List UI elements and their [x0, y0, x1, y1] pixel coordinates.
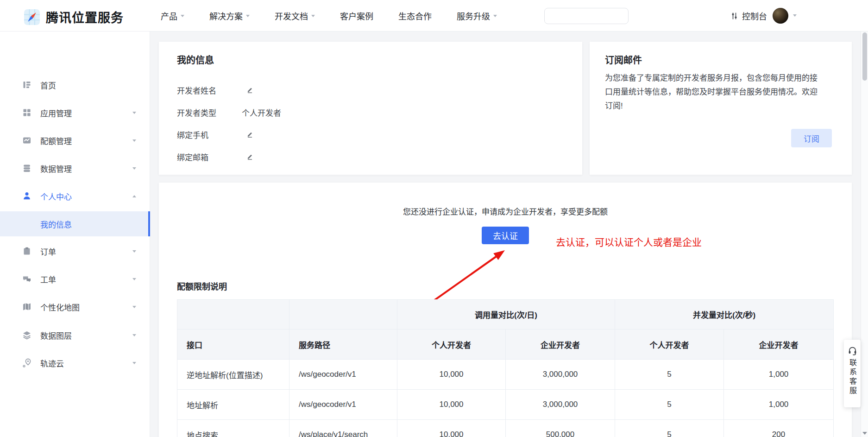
chevron-down-icon	[311, 15, 315, 17]
nav-item-ecosystem[interactable]: 生态合作	[398, 10, 432, 22]
grid-icon	[22, 108, 31, 117]
clipboard-icon	[22, 247, 31, 256]
col-header: 个人开发者	[397, 329, 506, 360]
page: 腾讯位置服务 产品 解决方案 开发文档 客户案例 生态合作 服务升级	[0, 0, 868, 437]
subscribe-button[interactable]: 订阅	[791, 129, 832, 147]
annotation-text: 去认证，可以认证个人或者是企业	[556, 234, 702, 248]
sidebar-subitem-label: 我的信息	[40, 218, 72, 230]
nav-item-solutions[interactable]: 解决方案	[209, 10, 250, 22]
cell-enterprise-concurrency: 200	[724, 420, 834, 437]
list-icon	[22, 80, 31, 89]
scrollbar-thumb[interactable]	[862, 32, 867, 81]
table-row: 地址解析 /ws/geocoder/v1 10,000 3,000,000 5 …	[177, 390, 834, 420]
nav-item-upgrade[interactable]: 服务升级	[457, 10, 497, 22]
sidebar-item-data-layers[interactable]: 数据图层	[0, 323, 150, 348]
profile-row-name: 开发者姓名	[177, 79, 286, 101]
main-nav: 产品 解决方案 开发文档 客户案例 生态合作 服务升级	[161, 0, 497, 32]
contact-support-tab[interactable]: 联系客服	[844, 340, 861, 407]
nav-item-cases[interactable]: 客户案例	[340, 10, 373, 22]
cert-notice-text: 您还没进行企业认证，申请成为企业开发者，享受更多配额	[159, 205, 852, 217]
nav-label: 客户案例	[340, 10, 373, 22]
nav-label: 开发文档	[275, 10, 308, 22]
user-icon	[22, 191, 31, 201]
database-icon	[22, 164, 31, 173]
search-input[interactable]	[545, 8, 645, 24]
sidebar-item-custom-map[interactable]: 个性化地图	[0, 294, 150, 319]
cell-api: 地点搜索	[177, 420, 289, 437]
console-label: 控制台	[742, 10, 767, 22]
sidebar-item-label: 数据管理	[40, 163, 72, 174]
sidebar-item-orders[interactable]: 订单	[0, 239, 150, 264]
headset-icon	[848, 346, 857, 355]
nav-item-docs[interactable]: 开发文档	[275, 10, 315, 22]
edit-pencil-icon[interactable]	[246, 153, 253, 160]
layers-icon	[22, 330, 31, 340]
sidebar-item-label: 配额管理	[40, 135, 72, 146]
cell-personal-concurrency: 5	[615, 360, 724, 390]
console-link[interactable]: 控制台	[730, 0, 767, 32]
location-pin-icon	[22, 358, 31, 367]
field-label: 开发者类型	[177, 107, 242, 118]
sidebar-item-personal-center[interactable]: 个人中心	[0, 184, 150, 209]
profile-row-phone: 绑定手机	[177, 123, 286, 146]
profile-rows: 开发者姓名 开发者类型 个人开发者 绑定手机	[177, 79, 286, 168]
brand-logo[interactable]: 腾讯位置服务	[24, 8, 124, 26]
quota-table: 调用量对比(次/日) 并发量对比(次/秒) 接口 服务路径 个人开发者 企业开发…	[177, 299, 834, 437]
sidebar-item-data[interactable]: 数据管理	[0, 156, 150, 181]
chevron-down-icon	[132, 362, 136, 364]
scrollbar-down-arrow[interactable]	[862, 432, 867, 435]
avatar[interactable]	[773, 8, 788, 24]
avatar-chevron-down-icon[interactable]	[793, 14, 797, 17]
sidebar-item-tickets[interactable]: 工单	[0, 266, 150, 291]
sidebar-subitem-my-info[interactable]: 我的信息	[0, 211, 150, 236]
sidebar-item-apps[interactable]: 应用管理	[0, 100, 150, 125]
edit-pencil-icon[interactable]	[246, 131, 253, 138]
subscribe-description: 为您准备了专属定制的开发者服务月报，包含您每月使用的接口用量统计等信息，帮助您及…	[605, 71, 823, 113]
map-icon	[22, 302, 31, 311]
sidebar-item-label: 个性化地图	[40, 301, 80, 313]
chevron-down-icon	[132, 278, 136, 280]
sidebar-item-track-cloud[interactable]: 轨迹云	[0, 350, 150, 375]
quota-card: 您还没进行企业认证，申请成为企业开发者，享受更多配额 去认证 去认证，可以认证个…	[159, 183, 852, 437]
cell-personal-concurrency: 5	[615, 420, 724, 437]
nav-label: 生态合作	[398, 10, 432, 22]
cell-enterprise-concurrency: 1,000	[724, 360, 834, 390]
table-group-header-row: 调用量对比(次/日) 并发量对比(次/秒)	[177, 300, 834, 329]
field-label: 绑定邮箱	[177, 151, 242, 163]
card-title: 订阅邮件	[605, 53, 642, 66]
chevron-down-icon	[246, 15, 250, 17]
sidebar-item-home[interactable]: 首页	[0, 72, 150, 97]
search-box	[544, 8, 629, 24]
col-header: 接口	[177, 329, 289, 360]
chevron-down-icon	[132, 139, 136, 142]
field-value: 个人开发者	[242, 107, 281, 118]
top-navbar: 腾讯位置服务 产品 解决方案 开发文档 客户案例 生态合作 服务升级	[0, 0, 868, 32]
chat-bubbles-icon	[22, 274, 31, 284]
cell-personal-concurrency: 5	[615, 390, 724, 420]
chevron-down-icon	[132, 167, 136, 170]
nav-label: 解决方案	[209, 10, 243, 22]
cell-personal-calls: 10,000	[397, 390, 506, 420]
cell-enterprise-concurrency: 1,000	[724, 390, 834, 420]
subscribe-mail-card: 订阅邮件 为您准备了专属定制的开发者服务月报，包含您每月使用的接口用量统计等信息…	[590, 42, 852, 175]
col-header: 服务路径	[289, 329, 397, 360]
sidebar: 首页 应用管理 配额管理	[0, 32, 150, 437]
cell-path: /ws/geocoder/v1	[289, 360, 397, 390]
sidebar-item-label: 应用管理	[40, 107, 72, 119]
profile-row-type: 开发者类型 个人开发者	[177, 101, 286, 123]
nav-item-products[interactable]: 产品	[161, 10, 184, 22]
go-certify-button[interactable]: 去认证	[482, 227, 529, 244]
edit-pencil-icon[interactable]	[246, 87, 253, 94]
group-header-calls: 调用量对比(次/日)	[397, 300, 615, 329]
page-scrollbar[interactable]	[861, 32, 868, 437]
empty-header-cell	[289, 300, 397, 329]
sliders-icon	[730, 12, 738, 20]
table-row: 地点搜索 /ws/place/v1/search 10,000 500,000 …	[177, 420, 834, 437]
card-title: 我的信息	[177, 53, 214, 66]
sidebar-item-quota[interactable]: 配额管理	[0, 128, 150, 153]
quota-section-title: 配额限制说明	[177, 280, 227, 292]
cell-enterprise-calls: 3,000,000	[506, 360, 615, 390]
cell-api: 地址解析	[177, 390, 289, 420]
chevron-up-icon	[132, 195, 136, 197]
chevron-down-icon	[132, 306, 136, 308]
